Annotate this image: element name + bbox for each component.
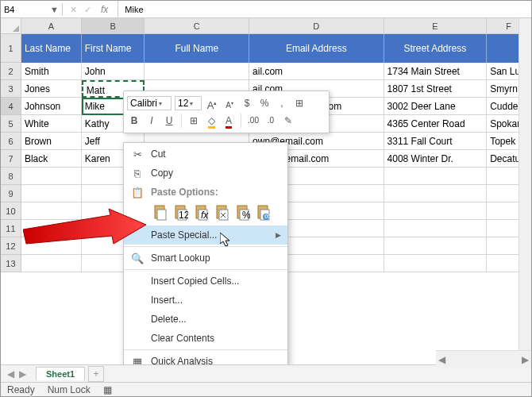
cell[interactable]: [21, 220, 82, 237]
font-color-icon[interactable]: A: [222, 114, 236, 128]
increase-font-icon[interactable]: A▴: [205, 96, 219, 110]
cell[interactable]: ail.com: [249, 63, 384, 80]
font-family-select[interactable]: Calibri▾: [127, 96, 172, 110]
fx-icon[interactable]: fx: [96, 4, 113, 15]
cell[interactable]: [384, 202, 488, 220]
header-cell[interactable]: Email Address: [249, 34, 384, 63]
header-cell[interactable]: First Name: [82, 34, 145, 63]
row-header[interactable]: 13: [1, 255, 21, 272]
cancel-formula-icon: ✕: [67, 4, 79, 15]
sheet-nav[interactable]: ◀▶: [1, 368, 33, 380]
svg-text:%: %: [242, 210, 250, 221]
row-header-1[interactable]: 1: [1, 34, 21, 63]
menu-insert[interactable]: Insert...: [124, 291, 287, 310]
cell[interactable]: Johnson: [21, 98, 82, 115]
cell[interactable]: [384, 255, 488, 272]
paste-formatting-icon[interactable]: %: [233, 203, 253, 222]
chevron-down-icon[interactable]: ▼: [50, 5, 59, 14]
menu-cut[interactable]: ✂Cut: [124, 145, 287, 164]
row-header[interactable]: 8: [1, 168, 21, 185]
decrease-decimal-icon[interactable]: .00: [246, 114, 260, 128]
row-header[interactable]: 2: [1, 63, 21, 80]
cell[interactable]: [21, 255, 82, 272]
new-sheet-button[interactable]: +: [88, 366, 104, 382]
cell[interactable]: Brown: [21, 133, 82, 150]
context-menu: ✂Cut ⎘Copy 📋Paste Options: 123 fx % ∞ Pa…: [123, 142, 288, 397]
cell[interactable]: Black: [21, 150, 82, 168]
cell[interactable]: 4365 Center Road: [384, 115, 488, 133]
menu-smart-lookup[interactable]: 🔍Smart Lookup: [124, 249, 287, 268]
cell[interactable]: John: [82, 63, 145, 80]
comma-icon[interactable]: ,: [275, 96, 289, 110]
clipboard-icon: 📋: [130, 185, 145, 199]
header-cell[interactable]: Street Address: [384, 34, 488, 63]
cell[interactable]: [384, 220, 488, 237]
header-cell[interactable]: Last Name: [21, 34, 82, 63]
italic-icon[interactable]: I: [145, 114, 159, 128]
menu-insert-copied[interactable]: Insert Copied Cells...: [124, 272, 287, 291]
cell[interactable]: [384, 237, 488, 255]
fill-color-icon[interactable]: ◇: [204, 114, 218, 128]
percent-icon[interactable]: %: [257, 96, 272, 110]
format-painter-icon[interactable]: ✎: [281, 114, 295, 128]
row-header[interactable]: 10: [1, 202, 21, 220]
cell[interactable]: 3002 Deer Lane: [384, 98, 488, 115]
row-header[interactable]: 9: [1, 185, 21, 202]
cell[interactable]: White: [21, 115, 82, 133]
col-header-e[interactable]: E: [384, 18, 488, 34]
header-cell[interactable]: Full Name: [145, 34, 249, 63]
font-size-select[interactable]: 12▾: [175, 96, 202, 110]
cell[interactable]: [21, 237, 82, 255]
paste-all-icon[interactable]: [151, 203, 170, 222]
cell[interactable]: [21, 185, 82, 202]
vertical-scrollbar[interactable]: [519, 18, 531, 364]
cell[interactable]: [384, 185, 488, 202]
horizontal-scrollbar[interactable]: ◀▶: [436, 350, 531, 368]
svg-text:∞: ∞: [264, 210, 271, 221]
select-all-corner[interactable]: [1, 18, 21, 34]
menu-copy[interactable]: ⎘Copy: [124, 164, 287, 183]
row-header[interactable]: 3: [1, 80, 21, 98]
macro-record-icon[interactable]: ▦: [103, 384, 112, 395]
paste-formulas-icon[interactable]: fx: [192, 203, 211, 222]
paste-transpose-icon[interactable]: [213, 203, 232, 222]
menu-clear-contents[interactable]: Clear Contents: [124, 329, 287, 348]
cell[interactable]: Jones: [21, 80, 82, 98]
svg-text:fx: fx: [201, 210, 209, 221]
cell[interactable]: [384, 168, 488, 185]
paste-values-icon[interactable]: 123: [172, 203, 191, 222]
underline-icon[interactable]: U: [162, 114, 176, 128]
status-numlock: Num Lock: [48, 384, 91, 395]
row-header[interactable]: 5: [1, 115, 21, 133]
menu-delete[interactable]: Delete...: [124, 310, 287, 329]
increase-decimal-icon[interactable]: .0: [264, 114, 278, 128]
row-header[interactable]: 11: [1, 220, 21, 237]
col-header-d[interactable]: D: [249, 18, 384, 34]
borders-icon[interactable]: ⊞: [187, 114, 201, 128]
row-header[interactable]: 6: [1, 133, 21, 150]
col-header-b[interactable]: B: [82, 18, 145, 34]
merge-icon[interactable]: ⊞: [292, 96, 306, 110]
formula-bar[interactable]: Mike: [118, 3, 531, 16]
name-box[interactable]: B4▼: [1, 3, 63, 16]
cell[interactable]: [21, 202, 82, 220]
cell[interactable]: 1734 Main Street: [384, 63, 488, 80]
cell[interactable]: 4008 Winter Dr.: [384, 150, 488, 168]
cell[interactable]: [145, 63, 249, 80]
row-header[interactable]: 12: [1, 237, 21, 255]
cell[interactable]: [21, 168, 82, 185]
mini-toolbar: Calibri▾ 12▾ A▴ A▾ $ % , ⊞ B I U ⊞ ◇ A .…: [123, 91, 330, 133]
cell[interactable]: Smith: [21, 63, 82, 80]
currency-icon[interactable]: $: [240, 96, 254, 110]
cell[interactable]: 1807 1st Street: [384, 80, 488, 98]
col-header-c[interactable]: C: [145, 18, 249, 34]
menu-paste-special[interactable]: Paste Special...▶: [124, 225, 287, 245]
sheet-tab[interactable]: Sheet1: [36, 367, 85, 380]
bold-icon[interactable]: B: [127, 114, 141, 128]
cell[interactable]: 3311 Fall Court: [384, 133, 488, 150]
paste-link-icon[interactable]: ∞: [254, 203, 273, 222]
decrease-font-icon[interactable]: A▾: [222, 96, 237, 110]
col-header-a[interactable]: A: [21, 18, 82, 34]
row-header[interactable]: 7: [1, 150, 21, 168]
row-header[interactable]: 4: [1, 98, 21, 115]
